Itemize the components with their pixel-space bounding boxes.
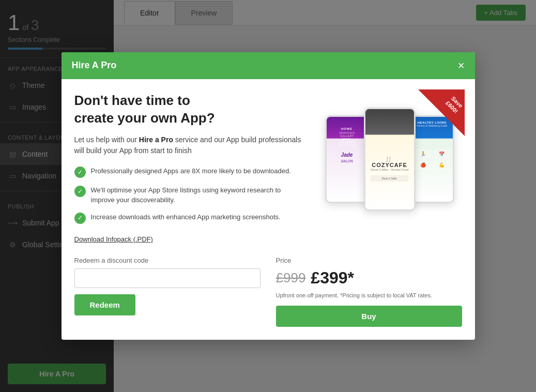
modal-intro: Let us help with our Hire a Pro service … [74, 134, 304, 156]
intro-highlight: Hire a Pro [139, 135, 173, 144]
check-icon-2: ✓ [74, 186, 86, 197]
modal-phones: Save £600! HOME SERVICES GALLERY BOOK [317, 92, 462, 244]
discount-input[interactable] [74, 268, 261, 288]
download-link[interactable]: Download Infopack (.PDF) [74, 235, 153, 243]
feature-text-2: We'll optimise your App Store listings u… [91, 186, 304, 204]
feature-text-1: Professionally designed Apps are 8X more… [91, 167, 291, 176]
modal-header: Hire A Pro × [62, 52, 475, 79]
modal-close-button[interactable]: × [458, 60, 465, 71]
feature-item-2: ✓ We'll optimise your App Store listings… [74, 186, 304, 204]
price-section: Price £999 £399* Upfront one-off payment… [276, 257, 462, 327]
modal-title: Hire A Pro [72, 60, 117, 71]
intro-before: Let us help with our [74, 135, 139, 144]
badge-triangle [418, 89, 465, 136]
discount-label: Redeem a discount code [74, 257, 261, 264]
phone-cafe: ʃʃ COZYCAFE Great Coffee · Honest Food B… [364, 108, 416, 211]
feature-list: ✓ Professionally designed Apps are 8X mo… [74, 167, 304, 223]
modal-left: Don't have time to create your own App? … [74, 92, 304, 244]
buy-button[interactable]: Buy [276, 306, 462, 327]
check-icon-1: ✓ [74, 167, 86, 178]
phone-salon: HOME SERVICES GALLERY BOOK REWARDS ABOUT… [325, 115, 369, 203]
price-label: Price [276, 257, 462, 264]
save-badge-wrapper: Save £600! [418, 89, 465, 136]
phone-cafe-screen: ʃʃ COZYCAFE Great Coffee · Honest Food B… [365, 109, 414, 209]
modal-headline-part2: create your own App? [74, 110, 215, 126]
modal-bottom: Redeem a discount code Redeem Price £999… [62, 257, 475, 340]
modal-body: Don't have time to create your own App? … [62, 79, 475, 257]
hire-pro-modal: Hire A Pro × Don't have time to create y… [62, 52, 475, 340]
modal-headline-part1: Don't have time to [74, 93, 190, 108]
redeem-button[interactable]: Redeem [74, 294, 135, 315]
price-old: £999 [276, 270, 306, 286]
price-row: £999 £399* [276, 268, 462, 288]
price-new: £399* [311, 268, 354, 288]
discount-section: Redeem a discount code Redeem [74, 257, 261, 315]
check-icon-3: ✓ [74, 213, 86, 224]
feature-text-3: Increase downloads with enhanced App mar… [91, 213, 281, 222]
feature-item-1: ✓ Professionally designed Apps are 8X mo… [74, 167, 304, 178]
modal-headline: Don't have time to create your own App? [74, 92, 304, 127]
phone-salon-screen: HOME SERVICES GALLERY BOOK REWARDS ABOUT… [327, 117, 367, 202]
price-note: Upfront one-off payment. *Pricing is sub… [276, 292, 462, 299]
modal-overlay: Hire A Pro × Don't have time to create y… [0, 0, 536, 392]
feature-item-3: ✓ Increase downloads with enhanced App m… [74, 213, 304, 224]
